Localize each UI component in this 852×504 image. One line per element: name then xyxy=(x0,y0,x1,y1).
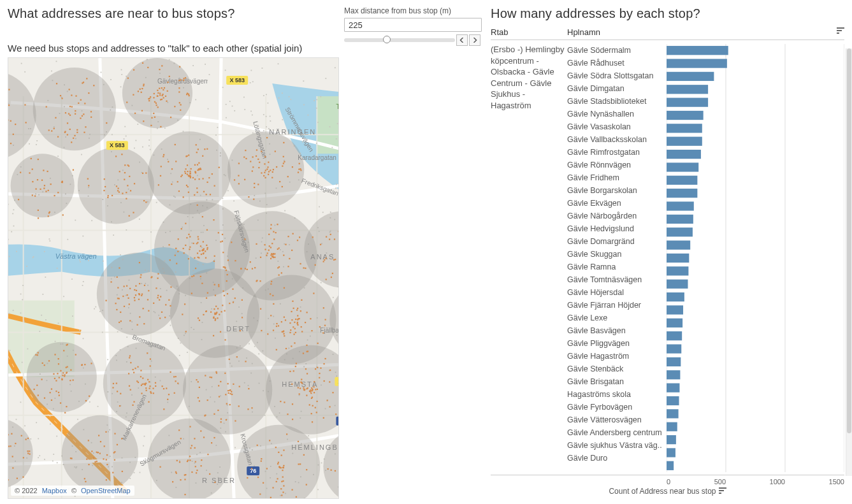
bar[interactable] xyxy=(667,201,694,210)
slider-thumb[interactable] xyxy=(383,36,391,43)
hplnamn-label[interactable]: Gävle Södra Slottsgatan xyxy=(567,69,667,82)
hplnamn-label[interactable]: Gävle Andersberg centrum xyxy=(567,426,667,439)
sort-icon[interactable] xyxy=(837,27,844,37)
hplnamn-label[interactable]: Hagaströms skola xyxy=(567,388,667,401)
hplnamn-label[interactable]: Gävle Vasaskolan xyxy=(567,120,667,133)
hplnamn-label[interactable]: Gävle Rådhuset xyxy=(567,57,667,69)
svg-rect-2074 xyxy=(180,479,181,480)
bar[interactable] xyxy=(667,370,680,379)
param-input[interactable] xyxy=(344,18,482,32)
hplnamn-label[interactable]: Gävle Stenbäck xyxy=(567,363,667,375)
svg-rect-2061 xyxy=(93,457,94,458)
svg-rect-1682 xyxy=(295,332,296,333)
bar[interactable] xyxy=(667,319,682,328)
hplnamn-label[interactable]: Gävle Hedvigslund xyxy=(567,222,667,235)
bar[interactable] xyxy=(667,292,684,301)
col-header-hplnamn[interactable]: Hplnamn xyxy=(567,27,667,37)
bar[interactable] xyxy=(667,435,676,444)
hplnamn-label[interactable]: Gävle sjukhus Västra väg.. xyxy=(567,439,667,452)
hplnamn-label[interactable]: Gävle Närbogården xyxy=(567,210,667,222)
bar[interactable] xyxy=(667,162,698,171)
hplnamn-label[interactable]: Gävle Brisgatan xyxy=(567,375,667,388)
link-osm[interactable]: OpenStreetMap xyxy=(81,487,131,494)
hplnamn-label[interactable]: Gävle Pliggvägen xyxy=(567,337,667,350)
bar[interactable] xyxy=(667,241,690,250)
bar[interactable] xyxy=(667,85,708,94)
svg-rect-1647 xyxy=(284,317,285,318)
sort-icon[interactable] xyxy=(719,487,726,496)
svg-rect-1073 xyxy=(155,103,157,104)
hplnamn-label[interactable]: Gävle Vätterosvägen xyxy=(567,414,667,426)
bar[interactable] xyxy=(667,189,697,198)
hplnamn-label[interactable]: Gävle Dimgatan xyxy=(567,82,667,95)
bar[interactable] xyxy=(667,46,728,55)
scrollbar[interactable] xyxy=(846,48,852,476)
bar[interactable] xyxy=(667,111,704,120)
svg-rect-1549 xyxy=(143,308,144,309)
hplnamn-label[interactable]: Gävle Rönnvägen xyxy=(567,159,667,171)
hplnamn-label[interactable]: Gävle Lexe xyxy=(567,312,667,324)
step-prev-button[interactable] xyxy=(456,34,468,46)
hplnamn-label[interactable]: Gävle Skuggan xyxy=(567,248,667,261)
bar[interactable] xyxy=(667,176,697,185)
bar[interactable] xyxy=(667,344,681,353)
svg-rect-1282 xyxy=(178,191,180,192)
svg-rect-1017 xyxy=(46,106,47,108)
bar[interactable] xyxy=(667,72,714,81)
svg-rect-1473 xyxy=(256,243,257,245)
hplnamn-label[interactable]: Gävle Ekvägen xyxy=(567,197,667,210)
svg-rect-1231 xyxy=(187,171,188,172)
hplnamn-label[interactable]: Gävle Södermalm xyxy=(567,44,667,57)
svg-rect-1025 xyxy=(85,126,86,127)
hplnamn-label[interactable]: Gävle Fyrbovägen xyxy=(567,401,667,414)
hplnamn-label[interactable]: Gävle Tomtnäsvägen xyxy=(567,273,667,286)
hplnamn-label[interactable]: Gävle Borgarskolan xyxy=(567,184,667,197)
svg-rect-1366 xyxy=(175,255,176,256)
hplnamn-label[interactable]: Gävle Fjärran Höjder xyxy=(567,299,667,312)
hplnamn-label[interactable]: Gävle Stadsbiblioteket xyxy=(567,95,667,108)
svg-rect-361 xyxy=(41,315,42,316)
bar[interactable] xyxy=(667,409,679,418)
svg-rect-1582 xyxy=(136,290,137,291)
bar[interactable] xyxy=(667,396,679,405)
bar[interactable] xyxy=(667,357,681,366)
bar[interactable] xyxy=(667,59,727,68)
bar[interactable] xyxy=(667,254,689,263)
bar[interactable] xyxy=(667,150,701,159)
hplnamn-label[interactable]: Gävle Basvägen xyxy=(567,324,667,337)
svg-rect-1887 xyxy=(229,359,230,360)
svg-rect-1271 xyxy=(206,148,208,150)
bar[interactable] xyxy=(667,448,675,457)
bar[interactable] xyxy=(667,137,702,146)
hplnamn-label[interactable]: Gävle Nynäshallen xyxy=(567,108,667,120)
bar[interactable] xyxy=(667,331,682,340)
svg-rect-1101 xyxy=(166,101,167,102)
bar[interactable] xyxy=(667,124,702,133)
hplnamn-label[interactable]: Gävle Vallbacksskolan xyxy=(567,133,667,146)
bar[interactable] xyxy=(667,98,708,107)
col-header-rtab[interactable]: Rtab xyxy=(491,27,567,37)
bar[interactable] xyxy=(667,422,677,431)
link-mapbox[interactable]: Mapbox xyxy=(42,487,67,494)
hplnamn-label[interactable]: Gävle Rimfrostgatan xyxy=(567,146,667,159)
bar[interactable] xyxy=(667,384,679,392)
map-viz[interactable]: X 583 X 583 X 583 X 533 E4 E4 E4 E16 E16… xyxy=(8,57,339,499)
bar[interactable] xyxy=(667,215,693,224)
hplnamn-label[interactable]: Gävle Höjersdal xyxy=(567,286,667,299)
hplnamn-label[interactable]: Gävle Ramna xyxy=(567,261,667,273)
svg-rect-1656 xyxy=(301,299,302,301)
svg-rect-787 xyxy=(139,219,140,220)
bar[interactable] xyxy=(667,461,674,470)
hplnamn-label[interactable]: Gävle Duro xyxy=(567,452,667,464)
hplnamn-label[interactable]: Gävle Domargränd xyxy=(567,235,667,248)
hplnamn-label[interactable]: Gävle Hagaström xyxy=(567,350,667,363)
bar[interactable] xyxy=(667,280,688,289)
hplnamn-label[interactable]: Gävle Fridhem xyxy=(567,171,667,184)
svg-rect-1456 xyxy=(270,224,271,226)
bar[interactable] xyxy=(667,227,693,236)
svg-rect-1037 xyxy=(75,96,76,97)
bar[interactable] xyxy=(667,266,688,275)
param-slider[interactable] xyxy=(344,38,455,42)
step-next-button[interactable] xyxy=(469,34,480,46)
bar[interactable] xyxy=(667,305,683,314)
